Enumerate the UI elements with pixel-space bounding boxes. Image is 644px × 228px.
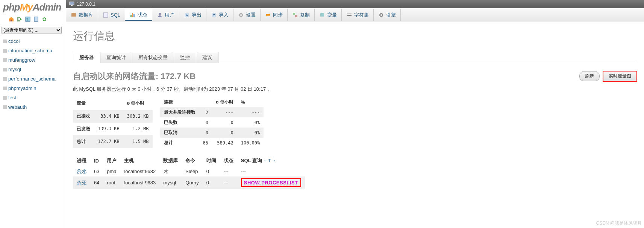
conn-failed-label: 已失败 xyxy=(160,117,199,128)
top-menu: 数据库 SQL 状态 用户 导出 导入 设置 同步 复制 变量 字符集 引擎 xyxy=(66,8,644,21)
tab-import[interactable]: 导入 xyxy=(206,9,233,21)
db-item-cdcol[interactable]: cdcol xyxy=(2,36,66,46)
tab-databases[interactable]: 数据库 xyxy=(66,9,98,21)
db-item-performance-schema[interactable]: performance_schema xyxy=(2,74,66,84)
sub-tabs: 服务器 查询统计 所有状态变量 监控 建议 xyxy=(73,52,637,63)
svg-rect-7 xyxy=(3,68,7,71)
tab-export[interactable]: 导出 xyxy=(179,9,206,21)
svg-rect-0 xyxy=(11,20,12,21)
action-buttons: 刷新 实时流量图 xyxy=(578,71,637,82)
svg-rect-26 xyxy=(295,15,297,17)
tab-variables[interactable]: 变量 xyxy=(315,9,342,21)
tab-users[interactable]: 用户 xyxy=(152,9,179,21)
kill-link[interactable]: 杀死 xyxy=(77,168,86,174)
traffic-total-label: 总计 xyxy=(73,135,94,148)
proc-col-time[interactable]: 时间 xyxy=(203,155,220,166)
tab-sql[interactable]: SQL xyxy=(98,9,125,21)
proc-col-user[interactable]: 用户 xyxy=(103,155,120,166)
docs-icon[interactable] xyxy=(33,16,39,22)
proc-col-state[interactable]: 状态 xyxy=(220,155,237,166)
db-item-webauth[interactable]: webauth xyxy=(2,102,66,112)
db-item-mufenggrow[interactable]: mufenggrow xyxy=(2,55,66,65)
traffic-col-perhour: ø 每小时 xyxy=(123,97,153,110)
proc-col-query: SQL 查询 ←T→ xyxy=(237,155,305,166)
content: 运行信息 服务器 查询统计 所有状态变量 监控 建议 自启动以来的网络流量: 1… xyxy=(66,21,644,228)
subtab-monitor[interactable]: 监控 xyxy=(174,52,196,63)
svg-rect-5 xyxy=(3,49,7,53)
refresh-button[interactable]: 刷新 xyxy=(579,71,600,81)
conn-aborted-label: 已取消 xyxy=(160,128,199,138)
svg-rect-30 xyxy=(347,15,352,16)
subtab-query-stats[interactable]: 查询统计 xyxy=(100,52,132,63)
sort-arrows-icon[interactable]: ←T→ xyxy=(263,158,276,163)
svg-rect-4 xyxy=(3,40,7,43)
db-item-phpmyadmin[interactable]: phpmyadmin xyxy=(2,84,66,93)
svg-rect-16 xyxy=(103,13,108,17)
page-title: 运行信息 xyxy=(73,29,637,43)
db-item-test[interactable]: test xyxy=(2,93,66,102)
svg-rect-3 xyxy=(34,17,38,21)
proc-col-cmd[interactable]: 命令 xyxy=(182,155,202,166)
svg-point-20 xyxy=(159,13,161,15)
tab-engine[interactable]: 引擎 xyxy=(374,9,401,21)
svg-point-32 xyxy=(380,14,382,16)
tab-sync[interactable]: 同步 xyxy=(261,9,288,21)
conn-total-label: 总计 xyxy=(160,138,199,148)
subtab-advice[interactable]: 建议 xyxy=(196,52,218,63)
proc-col-kill: 进程 xyxy=(73,155,90,166)
table-row: 杀死 63 pma localhost:9682 无 Sleep 0 --- -… xyxy=(73,166,305,176)
tab-settings[interactable]: 设置 xyxy=(233,9,261,21)
db-item-mysql[interactable]: mysql xyxy=(2,65,66,74)
proc-col-id[interactable]: ID xyxy=(90,155,103,166)
proc-col-host[interactable]: 主机 xyxy=(120,155,159,166)
svg-point-24 xyxy=(240,14,242,16)
tab-replication[interactable]: 复制 xyxy=(288,9,315,21)
server-icon xyxy=(69,2,74,7)
subtab-server[interactable]: 服务器 xyxy=(73,52,100,63)
query-link[interactable]: SHOW PROCESSLIST xyxy=(244,180,298,185)
logout-icon[interactable] xyxy=(17,16,23,22)
traffic-title: 自启动以来的网络流量: 172.7 KB xyxy=(73,71,195,82)
svg-rect-25 xyxy=(293,13,295,15)
svg-rect-11 xyxy=(3,105,7,109)
svg-rect-15 xyxy=(71,14,76,17)
svg-rect-6 xyxy=(3,58,7,62)
conn-col-name: 连接 xyxy=(160,97,199,107)
svg-rect-10 xyxy=(3,96,7,100)
watermark: CSDN @我是沐风晓月 xyxy=(596,220,642,226)
realtime-chart-button[interactable]: 实时流量图 xyxy=(603,71,637,82)
main-panel: 127.0.0.1 数据库 SQL 状态 用户 导出 导入 设置 同步 复制 变… xyxy=(66,0,644,228)
conn-col-pct: % xyxy=(237,97,264,107)
recent-tables-select[interactable]: (最近使用的表) ... xyxy=(2,27,62,33)
kill-link[interactable]: 杀死 xyxy=(77,180,86,185)
home-icon[interactable] xyxy=(8,16,14,22)
traffic-table: 流量ø 每小时 已接收33.4 KB303.2 KB 已发送139.3 KB1.… xyxy=(73,97,153,148)
tab-charset[interactable]: 字符集 xyxy=(342,9,374,21)
breadcrumb: 127.0.0.1 xyxy=(66,0,644,8)
conn-col-perhour: ø 每小时 xyxy=(212,97,237,107)
proc-col-db[interactable]: 数据库 xyxy=(159,155,182,166)
svg-rect-12 xyxy=(70,2,74,5)
svg-rect-13 xyxy=(71,5,73,6)
traffic-sent-label: 已发送 xyxy=(73,123,94,135)
sql-icon[interactable]: ? xyxy=(25,16,31,22)
conn-max-label: 最大并发连接数 xyxy=(160,107,199,117)
process-table: 进程 ID 用户 主机 数据库 命令 时间 状态 SQL 查询 ←T→ 杀死 6… xyxy=(73,155,305,189)
logo[interactable]: phpMyAdmin xyxy=(0,0,66,15)
svg-text:?: ? xyxy=(26,18,28,21)
svg-rect-18 xyxy=(132,13,133,17)
svg-rect-19 xyxy=(133,14,135,17)
database-list: cdcol information_schema mufenggrow mysq… xyxy=(0,35,66,112)
breadcrumb-host[interactable]: 127.0.0.1 xyxy=(77,2,95,7)
subtab-all-vars[interactable]: 所有状态变量 xyxy=(132,52,174,63)
sidebar: phpMyAdmin ? (最近使用的表) ... cdcol informat… xyxy=(0,0,66,228)
tab-status[interactable]: 状态 xyxy=(125,9,152,21)
svg-rect-29 xyxy=(347,14,352,14)
reload-icon[interactable] xyxy=(41,16,47,22)
svg-rect-9 xyxy=(3,87,7,90)
traffic-received-label: 已接收 xyxy=(73,110,94,123)
svg-rect-8 xyxy=(3,77,7,81)
connections-table: 连接ø 每小时% 最大并发连接数2------ 已失败000% 已取消000% … xyxy=(160,97,264,148)
traffic-col-name: 流量 xyxy=(73,97,94,110)
db-item-information-schema[interactable]: information_schema xyxy=(2,46,66,55)
